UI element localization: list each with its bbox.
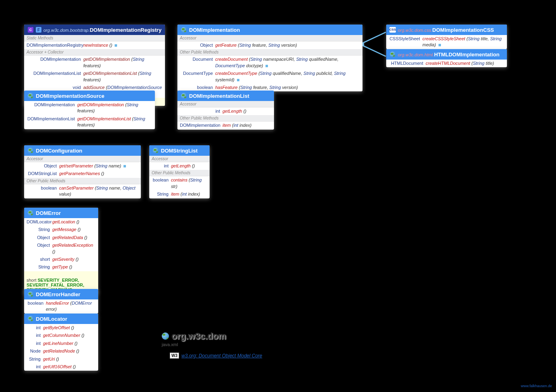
method-row: intgetLineNumber () [24, 340, 98, 347]
method-row: ObjectgetRelatedException () [24, 241, 98, 256]
method-row: intgetLength () [177, 107, 274, 115]
class-header: C F org.w3c.dom.bootstrap.DOMImplementat… [24, 25, 165, 35]
earth-icon [389, 51, 396, 58]
section-label: Other Public Methods [149, 170, 210, 176]
section-label: Other Public Methods [177, 115, 274, 122]
class-name: DOMImplementationRegistry [90, 27, 161, 33]
method-row: StringgetType () [24, 263, 98, 271]
class-box-domstringlist: DOMStringList Accessor intgetLength () O… [149, 145, 210, 198]
class-box-domimplementation: DOMImplementation Accessor ObjectgetFeat… [177, 25, 362, 91]
class-header: CSS org.w3c.dom.css.DOMImplementationCSS [386, 25, 507, 35]
method-row: Stringitem (int index) [149, 190, 210, 198]
class-name: DOMError [36, 210, 61, 216]
section-label: Accessor [149, 156, 210, 162]
method-row: StringgetMessage () [24, 226, 98, 233]
method-row: intgetColumnNumber () [24, 332, 98, 339]
method-row: HTMLDocumentcreateHTMLDocument (String t… [386, 60, 507, 67]
class-icon: C [27, 27, 34, 33]
section-label: Static Methods [24, 35, 165, 41]
class-header: DOMStringList [149, 145, 210, 156]
class-box-domerror: DOMError DOMLocatorgetLocation () String… [24, 208, 98, 294]
section-label: Accessor [177, 101, 274, 107]
class-name: HTMLDOMImplementation [434, 52, 500, 58]
section-label: Accessor [177, 35, 362, 41]
earth-icon [27, 93, 34, 99]
class-name: DOMImplementationSource [36, 93, 104, 99]
package-prefix: org.w3c.dom.bootstrap. [43, 28, 90, 33]
w3c-icon: W3 [170, 353, 179, 359]
class-header: org.w3c.dom.html.HTMLDOMImplementation [386, 49, 507, 60]
svg-line-1 [360, 44, 386, 56]
section-label: Accessor [24, 156, 141, 162]
method-row: Objectget/setParameter (String name) [24, 162, 141, 170]
method-row: intgetByteOffset () [24, 324, 98, 332]
section-label: Other Public Methods [24, 178, 141, 184]
package-prefix: org.w3c.dom.html. [398, 52, 434, 57]
method-row: StringgetUri () [24, 355, 98, 363]
method-row: CSSStyleSheetcreateCSSStyleSheet (String… [386, 35, 507, 49]
final-badge: F [36, 27, 41, 33]
class-name: DOMStringList [161, 148, 198, 154]
section-label: Accessor + Collector [24, 49, 165, 56]
class-header: DOMLocator [24, 314, 98, 324]
class-box-domimplementationlist: DOMImplementationList Accessor intgetLen… [177, 91, 274, 130]
method-row: booleancontains (String str) [149, 176, 210, 190]
class-header: DOMImplementation [177, 25, 362, 35]
method-row: intgetLength () [149, 162, 210, 170]
footer-link[interactable]: www.falkhausen.de [521, 384, 552, 388]
method-row: DOMStringListgetParameterNames () [24, 170, 141, 177]
class-box-domlocator: DOMLocator intgetByteOffset () intgetCol… [24, 314, 98, 371]
class-header: DOMErrorHandler [24, 289, 98, 299]
class-box-domimplementationsource: DOMImplementationSource DOMImplementatio… [24, 91, 155, 129]
method-row: shortgetSeverity () [24, 256, 98, 263]
class-name: DOMImplementationList [189, 93, 249, 99]
svg-line-0 [360, 32, 386, 44]
package-title: org.w3c.dom java.xml [162, 331, 226, 347]
earth-icon [27, 210, 34, 216]
class-box-domerrorhandler: DOMErrorHandler booleanhandleError (DOME… [24, 289, 98, 314]
class-name: DOMConfiguration [36, 148, 82, 154]
method-row: DocumentTypecreateDocumentType (String q… [177, 70, 362, 84]
earth-icon [181, 27, 187, 33]
earth-icon [162, 332, 169, 340]
method-row: DOMImplementationListgetDOMImplementatio… [24, 70, 165, 84]
earth-icon [152, 147, 159, 154]
class-name: DOMImplementation [189, 27, 240, 33]
earth-icon [27, 291, 34, 297]
class-header: DOMConfiguration [24, 145, 141, 156]
css-icon: CSS [389, 27, 396, 33]
method-row: intgetUtf16Offset () [24, 363, 98, 371]
method-row: ObjectgetFeature (String feature, String… [177, 41, 362, 49]
class-header: DOMImplementationSource [24, 91, 155, 101]
class-header: DOMError [24, 208, 98, 218]
earth-icon [27, 316, 34, 322]
method-row: DocumentcreateDocument (String namespace… [177, 56, 362, 70]
package-sub: java.xml [162, 342, 178, 347]
package-name: org.w3c.dom [171, 331, 226, 341]
method-row: DOMImplementationitem (int index) [177, 122, 274, 129]
method-row: booleancanSetParameter (String name, Obj… [24, 184, 141, 198]
class-box-domconfiguration: DOMConfiguration Accessor Objectget/setP… [24, 145, 141, 198]
class-box-htmldomimplementation: org.w3c.dom.html.HTMLDOMImplementation H… [386, 49, 507, 67]
method-row: DOMImplementationgetDOMImplementation (S… [24, 56, 165, 70]
earth-icon [181, 93, 187, 99]
section-label: Other Public Methods [177, 49, 362, 56]
external-link-row: W3 w3.org: Document Object Model Core [170, 353, 262, 359]
method-row: DOMImplementationRegistrynewInstance () [24, 41, 165, 49]
class-name: DOMLocator [36, 316, 67, 322]
method-row: DOMLocatorgetLocation () [24, 218, 98, 226]
method-row: NodegetRelatedNode () [24, 347, 98, 355]
package-prefix: org.w3c.dom.css. [398, 28, 432, 33]
method-row: ObjectgetRelatedData () [24, 234, 98, 241]
method-row: DOMImplementationgetDOMImplementation (S… [24, 101, 155, 115]
method-row: DOMImplementationListgetDOMImplementatio… [24, 115, 155, 129]
w3-link[interactable]: w3.org: Document Object Model Core [181, 353, 262, 359]
class-header: DOMImplementationList [177, 91, 274, 101]
earth-icon [27, 147, 34, 154]
class-box-domimplementation-css: CSS org.w3c.dom.css.DOMImplementationCSS… [386, 25, 507, 49]
class-name: DOMErrorHandler [36, 291, 80, 297]
class-name: DOMImplementationCSS [432, 27, 494, 33]
method-row: booleanhandleError (DOMError error) [24, 299, 98, 314]
